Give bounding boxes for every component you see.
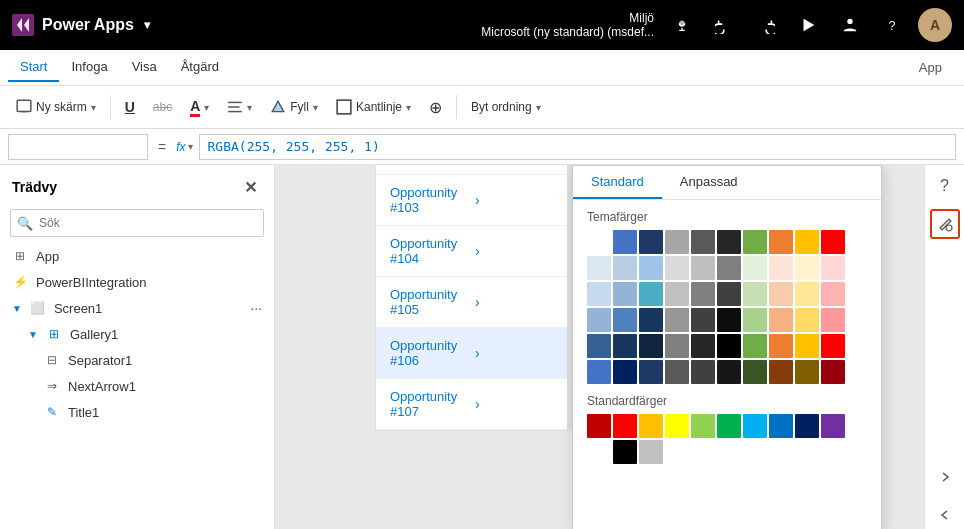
theme-color-swatch[interactable] bbox=[821, 360, 845, 384]
standard-color-swatch[interactable] bbox=[665, 414, 689, 438]
avatar[interactable]: A bbox=[918, 8, 952, 42]
search-input[interactable] bbox=[10, 209, 264, 237]
gallery-item-4[interactable]: Opportunity #102 › bbox=[376, 165, 574, 175]
sidebar-item-powerbi[interactable]: ⚡ PowerBIIntegration bbox=[0, 269, 274, 295]
standard-color-swatch[interactable] bbox=[587, 440, 611, 464]
fx-button[interactable]: fx ▾ bbox=[176, 140, 192, 154]
standard-color-swatch[interactable] bbox=[717, 414, 741, 438]
standard-color-swatch[interactable] bbox=[587, 414, 611, 438]
theme-color-swatch[interactable] bbox=[665, 256, 689, 280]
theme-color-swatch[interactable] bbox=[743, 256, 767, 280]
theme-color-swatch[interactable] bbox=[691, 334, 715, 358]
expand-panel-icon[interactable] bbox=[930, 462, 960, 492]
theme-color-swatch[interactable] bbox=[717, 308, 741, 332]
theme-color-swatch[interactable] bbox=[691, 360, 715, 384]
play-icon[interactable] bbox=[792, 9, 824, 41]
theme-color-swatch[interactable] bbox=[717, 256, 741, 280]
app-logo[interactable]: Power Apps ▾ bbox=[12, 14, 172, 36]
theme-color-swatch[interactable] bbox=[795, 282, 819, 306]
theme-color-swatch[interactable] bbox=[821, 334, 845, 358]
theme-color-swatch[interactable] bbox=[717, 334, 741, 358]
align-button[interactable]: ▾ bbox=[219, 91, 260, 123]
theme-color-swatch[interactable] bbox=[613, 282, 637, 306]
new-screen-button[interactable]: Ny skärm ▾ bbox=[8, 91, 104, 123]
font-color-button[interactable]: A ▾ bbox=[182, 91, 217, 123]
theme-color-swatch[interactable] bbox=[795, 230, 819, 254]
person-icon[interactable] bbox=[834, 9, 866, 41]
reorder-button[interactable]: Byt ordning ▾ bbox=[463, 91, 549, 123]
gallery-item-8[interactable]: Opportunity #106 › bbox=[376, 328, 574, 379]
help-panel-icon[interactable]: ? bbox=[930, 171, 960, 201]
theme-color-swatch[interactable] bbox=[639, 308, 663, 332]
theme-color-swatch[interactable] bbox=[769, 308, 793, 332]
theme-color-swatch[interactable] bbox=[587, 230, 611, 254]
theme-color-swatch[interactable] bbox=[795, 334, 819, 358]
microphone-icon[interactable] bbox=[666, 9, 698, 41]
tab-atgard[interactable]: Åtgärd bbox=[169, 53, 231, 82]
theme-color-swatch[interactable] bbox=[743, 282, 767, 306]
formula-input[interactable] bbox=[199, 134, 956, 160]
theme-color-swatch[interactable] bbox=[769, 334, 793, 358]
standard-color-swatch[interactable] bbox=[639, 414, 663, 438]
cp-tab-anpassad[interactable]: Anpassad bbox=[662, 166, 756, 199]
theme-color-swatch[interactable] bbox=[665, 282, 689, 306]
tab-start[interactable]: Start bbox=[8, 53, 59, 82]
theme-color-swatch[interactable] bbox=[795, 308, 819, 332]
theme-color-swatch[interactable] bbox=[665, 334, 689, 358]
underline-button[interactable]: U bbox=[117, 91, 143, 123]
sidebar-item-gallery1[interactable]: ▼ ⊞ Gallery1 bbox=[0, 321, 274, 347]
standard-color-swatch[interactable] bbox=[639, 440, 663, 464]
theme-color-swatch[interactable] bbox=[717, 282, 741, 306]
sidebar-item-app[interactable]: ⊞ App bbox=[0, 243, 274, 269]
theme-color-swatch[interactable] bbox=[821, 256, 845, 280]
collapse-panel-icon[interactable] bbox=[930, 500, 960, 529]
standard-color-swatch[interactable] bbox=[769, 414, 793, 438]
border-button[interactable]: Kantlinje ▾ bbox=[328, 91, 419, 123]
sidebar-item-separator1[interactable]: ⊟ Separator1 bbox=[0, 347, 274, 373]
theme-color-swatch[interactable] bbox=[743, 360, 767, 384]
paint-tool-icon[interactable] bbox=[930, 209, 960, 239]
standard-color-swatch[interactable] bbox=[795, 414, 819, 438]
theme-color-swatch[interactable] bbox=[769, 256, 793, 280]
theme-color-swatch[interactable] bbox=[613, 360, 637, 384]
theme-color-swatch[interactable] bbox=[821, 282, 845, 306]
formula-name-input[interactable] bbox=[8, 134, 148, 160]
theme-color-swatch[interactable] bbox=[587, 256, 611, 280]
gallery-item-9[interactable]: Opportunity #107 › bbox=[376, 379, 574, 430]
theme-color-swatch[interactable] bbox=[769, 360, 793, 384]
theme-color-swatch[interactable] bbox=[717, 360, 741, 384]
tab-visa[interactable]: Visa bbox=[120, 53, 169, 82]
theme-color-swatch[interactable] bbox=[821, 308, 845, 332]
tab-infoga[interactable]: Infoga bbox=[59, 53, 119, 82]
theme-color-swatch[interactable] bbox=[691, 308, 715, 332]
theme-color-swatch[interactable] bbox=[639, 256, 663, 280]
sidebar-item-title1[interactable]: ✎ Title1 bbox=[0, 399, 274, 425]
standard-color-swatch[interactable] bbox=[613, 414, 637, 438]
theme-color-swatch[interactable] bbox=[639, 334, 663, 358]
theme-color-swatch[interactable] bbox=[613, 308, 637, 332]
theme-color-swatch[interactable] bbox=[821, 230, 845, 254]
theme-color-swatch[interactable] bbox=[665, 230, 689, 254]
theme-color-swatch[interactable] bbox=[639, 282, 663, 306]
theme-color-swatch[interactable] bbox=[587, 334, 611, 358]
standard-color-swatch[interactable] bbox=[743, 414, 767, 438]
help-icon[interactable]: ? bbox=[876, 9, 908, 41]
theme-color-swatch[interactable] bbox=[665, 308, 689, 332]
strikethrough-button[interactable]: abc bbox=[145, 91, 180, 123]
theme-color-swatch[interactable] bbox=[639, 230, 663, 254]
theme-color-swatch[interactable] bbox=[691, 256, 715, 280]
theme-color-swatch[interactable] bbox=[743, 230, 767, 254]
theme-color-swatch[interactable] bbox=[691, 282, 715, 306]
fill-button[interactable]: Fyll ▾ bbox=[262, 91, 326, 123]
theme-color-swatch[interactable] bbox=[613, 256, 637, 280]
theme-color-swatch[interactable] bbox=[795, 360, 819, 384]
theme-color-swatch[interactable] bbox=[743, 334, 767, 358]
redo-icon[interactable] bbox=[750, 9, 782, 41]
theme-color-swatch[interactable] bbox=[769, 230, 793, 254]
standard-color-swatch[interactable] bbox=[821, 414, 845, 438]
gallery-item-7[interactable]: Opportunity #105 › bbox=[376, 277, 574, 328]
theme-color-swatch[interactable] bbox=[665, 360, 689, 384]
gallery-item-5[interactable]: Opportunity #103 › bbox=[376, 175, 574, 226]
sidebar-close-button[interactable]: ✕ bbox=[238, 175, 262, 199]
standard-color-swatch[interactable] bbox=[613, 440, 637, 464]
